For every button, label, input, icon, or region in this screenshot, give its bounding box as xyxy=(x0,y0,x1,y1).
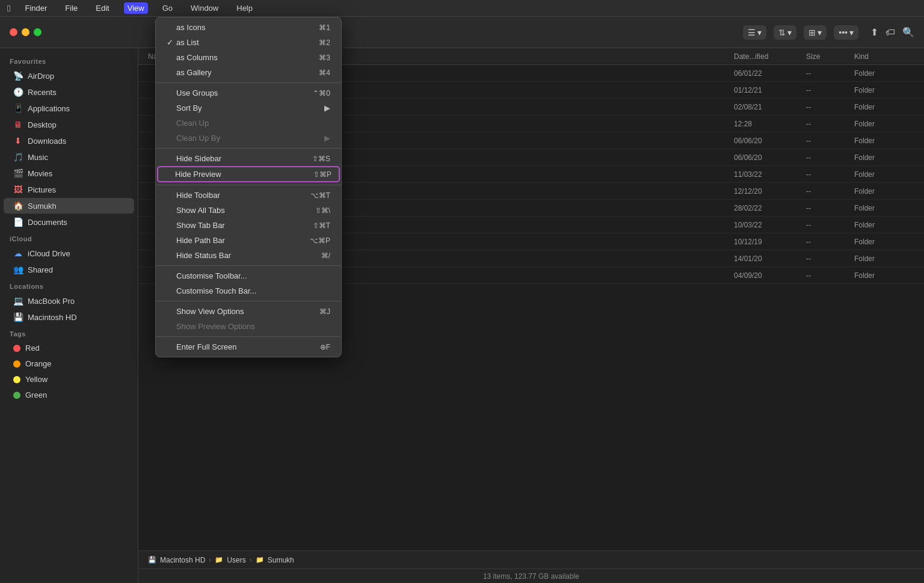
path-item-users[interactable]: Users xyxy=(227,556,245,564)
menu-item-hide-sidebar[interactable]: Hide Sidebar ⇧⌘S xyxy=(158,151,339,166)
menu-item-as-list[interactable]: ✓ as List ⌘2 xyxy=(158,35,339,50)
file-kind: Folder xyxy=(854,103,914,111)
menu-item-as-icons[interactable]: as Icons ⌘1 xyxy=(158,20,339,35)
menu-item-show-view-options[interactable]: Show View Options ⌘J xyxy=(158,304,339,319)
file-date: 12/12/20 xyxy=(734,187,806,196)
col-kind-header[interactable]: Kind xyxy=(854,52,914,61)
content-area: Favourites 📡 AirDrop 🕐 Recents 📱 Applica… xyxy=(0,48,924,583)
file-date: 06/06/20 xyxy=(734,153,806,162)
menu-label-clean-up: Clean Up xyxy=(176,119,330,128)
sidebar-item-downloads[interactable]: ⬇ Downloads xyxy=(4,133,134,149)
minimize-button[interactable] xyxy=(22,28,29,36)
tag-icon[interactable]: 🏷 xyxy=(886,27,895,38)
sidebar-item-tag-green[interactable]: Green xyxy=(4,387,134,403)
macintosh-hd-icon: 💾 xyxy=(13,312,23,322)
menu-label-as-list: as List xyxy=(176,38,319,47)
macbook-pro-icon: 💻 xyxy=(13,296,23,306)
file-size: -- xyxy=(806,271,854,280)
menubar-view[interactable]: View xyxy=(124,2,148,14)
shortcut-as-icons: ⌘1 xyxy=(319,23,330,32)
sidebar-item-desktop[interactable]: 🖥 Desktop xyxy=(4,117,134,132)
arrow-sort-by: ▶ xyxy=(324,103,330,113)
sidebar: Favourites 📡 AirDrop 🕐 Recents 📱 Applica… xyxy=(0,48,138,583)
sidebar-item-documents[interactable]: 📄 Documents xyxy=(4,214,134,230)
file-date: 10/03/22 xyxy=(734,221,806,229)
file-kind: Folder xyxy=(854,271,914,280)
sidebar-item-macbook-pro[interactable]: 💻 MacBook Pro xyxy=(4,293,134,309)
menu-label-hide-status-bar: Hide Status Bar xyxy=(176,251,321,260)
view-list-btn[interactable]: ☰ ▾ xyxy=(743,25,766,40)
sidebar-label-tag-orange: Orange xyxy=(25,359,51,368)
share-icon[interactable]: ⬆ xyxy=(870,26,878,38)
menu-item-hide-path-bar[interactable]: Hide Path Bar ⌥⌘P xyxy=(158,233,339,248)
checkmark-list: ✓ xyxy=(167,38,175,47)
menu-item-sort-by[interactable]: Sort By ▶ xyxy=(158,100,339,116)
menu-item-hide-status-bar[interactable]: Hide Status Bar ⌘/ xyxy=(158,248,339,263)
path-item-macintosh-hd[interactable]: Macintosh HD xyxy=(160,556,205,564)
menu-label-show-view-options: Show View Options xyxy=(176,307,319,316)
list-icon: ☰ xyxy=(748,28,756,37)
menu-item-hide-preview[interactable]: Hide Preview ⇧⌘P xyxy=(157,166,340,182)
menu-item-show-preview-options: Show Preview Options xyxy=(158,319,339,334)
path-item-sumukh[interactable]: Sumukh xyxy=(268,556,294,564)
menu-item-enter-full-screen[interactable]: Enter Full Screen ⊕F xyxy=(158,339,339,354)
sidebar-item-airdrop[interactable]: 📡 AirDrop xyxy=(4,68,134,84)
sidebar-item-tag-orange[interactable]: Orange xyxy=(4,356,134,371)
menubar-help[interactable]: Help xyxy=(233,2,256,14)
menu-item-show-tab-bar[interactable]: Show Tab Bar ⇧⌘T xyxy=(158,218,339,233)
file-size: -- xyxy=(806,221,854,229)
view-toggle-btn[interactable]: ⇅ ▾ xyxy=(774,25,796,40)
file-kind: Folder xyxy=(854,254,914,263)
file-size: -- xyxy=(806,187,854,196)
finder-window: ☰ ▾ ⇅ ▾ ⊞ ▾ ••• ▾ ⬆ 🏷 🔍 Favourites 📡 Air… xyxy=(0,17,924,583)
sidebar-item-sumukh[interactable]: 🏠 Sumukh xyxy=(4,198,134,214)
sidebar-item-pictures[interactable]: 🖼 Pictures xyxy=(4,182,134,197)
sidebar-item-recents[interactable]: 🕐 Recents xyxy=(4,84,134,100)
sidebar-item-macintosh-hd[interactable]: 💾 Macintosh HD xyxy=(4,309,134,325)
menubar-window[interactable]: Window xyxy=(187,2,222,14)
apple-menu-icon[interactable]:  xyxy=(7,3,10,13)
close-button[interactable] xyxy=(10,28,17,36)
menu-item-as-columns[interactable]: as Columns ⌘3 xyxy=(158,50,339,65)
sidebar-item-shared[interactable]: 👥 Shared xyxy=(4,262,134,277)
more-btn[interactable]: ••• ▾ xyxy=(834,25,858,40)
menu-item-use-groups[interactable]: Use Groups ⌃⌘0 xyxy=(158,85,339,100)
path-icon-hd: 💾 xyxy=(148,556,156,564)
tag-red-dot xyxy=(13,345,20,352)
file-size: -- xyxy=(806,153,854,162)
chevron-down-icon4: ▾ xyxy=(849,28,854,37)
sidebar-item-tag-red[interactable]: Red xyxy=(4,341,134,356)
sidebar-item-movies[interactable]: 🎬 Movies xyxy=(4,165,134,181)
menu-item-as-gallery[interactable]: as Gallery ⌘4 xyxy=(158,65,339,80)
menu-item-customise-touch-bar[interactable]: Customise Touch Bar... xyxy=(158,283,339,298)
menubar-file[interactable]: File xyxy=(61,2,81,14)
menu-label-customise-toolbar: Customise Toolbar... xyxy=(176,271,330,280)
sidebar-section-icloud: iCloud xyxy=(0,230,138,245)
col-size-header[interactable]: Size xyxy=(806,52,854,61)
shortcut-use-groups: ⌃⌘0 xyxy=(313,89,330,97)
menubar-go[interactable]: Go xyxy=(159,2,176,14)
movies-icon: 🎬 xyxy=(13,168,23,178)
menubar-edit[interactable]: Edit xyxy=(92,2,112,14)
sidebar-label-tag-green: Green xyxy=(25,390,47,399)
sidebar-item-music[interactable]: 🎵 Music xyxy=(4,149,134,165)
chevron-down-icon3: ▾ xyxy=(818,28,822,37)
path-icon-sumukh: 📁 xyxy=(256,556,264,564)
path-icon-users: 📁 xyxy=(215,556,223,564)
sidebar-item-icloud-drive[interactable]: ☁ iCloud Drive xyxy=(4,245,134,261)
applications-icon: 📱 xyxy=(13,103,23,113)
sidebar-label-sumukh: Sumukh xyxy=(28,202,57,211)
maximize-button[interactable] xyxy=(34,28,42,36)
sidebar-label-tag-red: Red xyxy=(25,344,40,353)
grid-view-btn[interactable]: ⊞ ▾ xyxy=(804,25,827,40)
search-icon[interactable]: 🔍 xyxy=(902,26,914,38)
col-date-header[interactable]: Date...ified xyxy=(734,52,806,61)
sidebar-label-applications: Applications xyxy=(28,104,70,113)
sidebar-item-applications[interactable]: 📱 Applications xyxy=(4,100,134,116)
menu-item-hide-toolbar[interactable]: Hide Toolbar ⌥⌘T xyxy=(158,188,339,203)
menubar-finder[interactable]: Finder xyxy=(21,2,51,14)
downloads-icon: ⬇ xyxy=(13,136,23,146)
menu-item-show-all-tabs[interactable]: Show All Tabs ⇧⌘\ xyxy=(158,203,339,218)
menu-item-customise-toolbar[interactable]: Customise Toolbar... xyxy=(158,268,339,283)
sidebar-item-tag-yellow[interactable]: Yellow xyxy=(4,372,134,387)
